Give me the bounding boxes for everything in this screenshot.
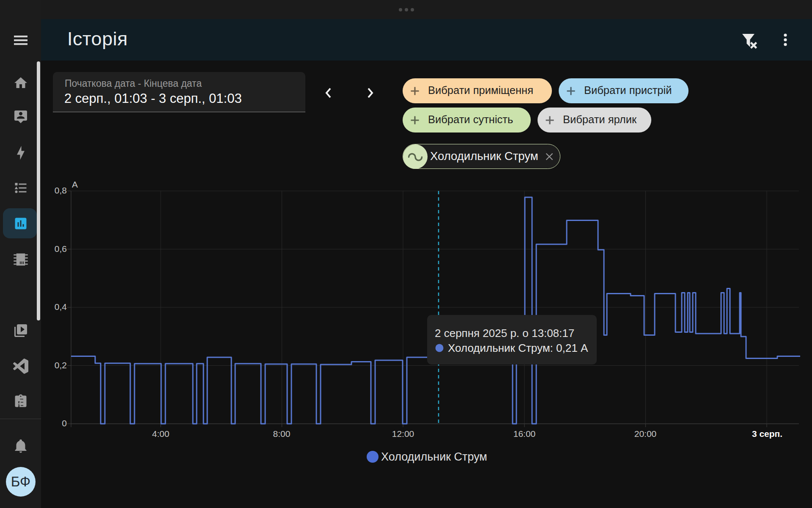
svg-text:0,2: 0,2 xyxy=(55,360,67,370)
svg-text:0,4: 0,4 xyxy=(55,302,67,312)
svg-text:Холодильник Струм: 0,21 А: Холодильник Струм: 0,21 А xyxy=(448,342,588,354)
svg-text:2 серпня 2025 р. о 13:08:17: 2 серпня 2025 р. о 13:08:17 xyxy=(435,327,574,340)
svg-text:Холодильник Струм: Холодильник Струм xyxy=(381,450,487,463)
svg-text:20:00: 20:00 xyxy=(634,429,657,439)
svg-text:0: 0 xyxy=(62,418,67,428)
svg-text:A: A xyxy=(72,179,78,189)
svg-text:12:00: 12:00 xyxy=(392,429,414,439)
svg-text:16:00: 16:00 xyxy=(513,429,536,439)
svg-text:0,8: 0,8 xyxy=(55,185,67,195)
svg-text:3 серп.: 3 серп. xyxy=(752,429,782,439)
svg-text:0,6: 0,6 xyxy=(55,244,67,254)
svg-text:4:00: 4:00 xyxy=(152,429,170,439)
svg-text:8:00: 8:00 xyxy=(273,429,291,439)
